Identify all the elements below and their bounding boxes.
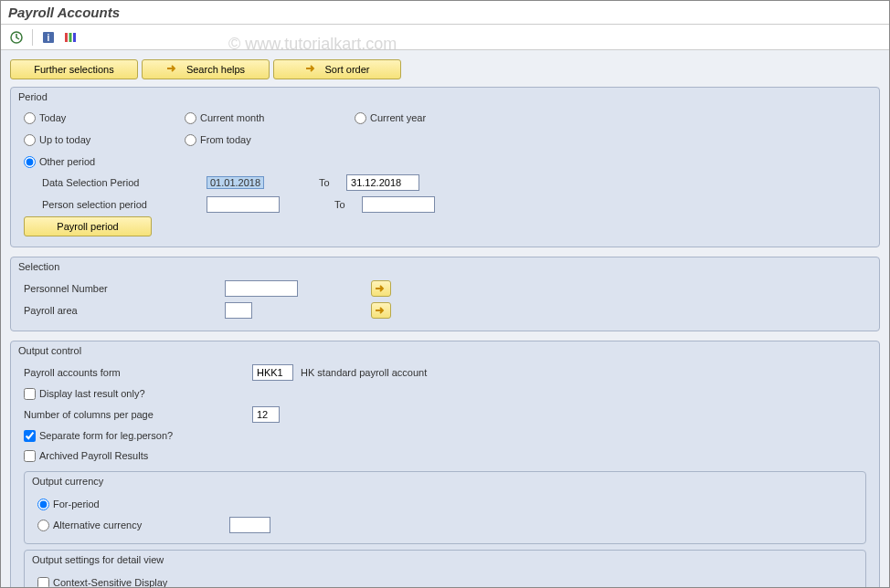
toolbar: i bbox=[1, 25, 889, 50]
further-selections-button[interactable]: Further selections bbox=[10, 59, 138, 79]
output-control-title: Output control bbox=[11, 341, 879, 356]
personnel-number-multiselect-button[interactable] bbox=[371, 280, 391, 297]
output-control-group: Output control Payroll accounts form HK … bbox=[10, 341, 880, 587]
radio-alternative-currency[interactable]: Alternative currency bbox=[37, 515, 229, 535]
radio-current-year[interactable]: Current year bbox=[355, 108, 519, 128]
bars-icon[interactable] bbox=[62, 29, 79, 46]
payroll-period-button[interactable]: Payroll period bbox=[24, 216, 152, 236]
payroll-area-input[interactable] bbox=[225, 302, 252, 319]
arrow-icon bbox=[305, 64, 318, 75]
to-label: To bbox=[334, 199, 362, 210]
svg-rect-4 bbox=[69, 33, 72, 42]
divider bbox=[32, 29, 33, 46]
radio-up-to-today[interactable]: Up to today bbox=[24, 130, 179, 150]
payroll-accounts-form-desc: HK standard payroll account bbox=[301, 367, 427, 378]
payroll-area-label: Payroll area bbox=[24, 305, 225, 316]
display-last-result-checkbox[interactable]: Display last result only? bbox=[24, 383, 866, 404]
data-selection-to-input[interactable] bbox=[346, 174, 419, 191]
separate-form-checkbox[interactable]: Separate form for leg.person? bbox=[24, 425, 866, 446]
context-sensitive-label: Context-Sensitive Display bbox=[53, 577, 167, 587]
arrow-icon bbox=[166, 64, 179, 75]
separate-form-label: Separate form for leg.person? bbox=[39, 430, 173, 441]
payroll-accounts-form-label: Payroll accounts form bbox=[24, 367, 252, 378]
data-selection-period-label: Data Selection Period bbox=[24, 177, 207, 188]
radio-current-year-label: Current year bbox=[370, 112, 426, 123]
person-selection-to-input[interactable] bbox=[362, 196, 435, 213]
selection-group: Selection Personnel Number Payroll area bbox=[10, 257, 880, 331]
person-selection-period-label: Person selection period bbox=[24, 199, 207, 210]
radio-today[interactable]: Today bbox=[24, 108, 179, 128]
to-label: To bbox=[319, 177, 346, 188]
data-selection-from-input[interactable]: 01.01.2018 bbox=[207, 176, 264, 189]
period-group: Period Today Current month Current year … bbox=[10, 87, 880, 247]
archived-results-label: Archived Payroll Results bbox=[39, 450, 148, 461]
sort-order-button[interactable]: Sort order bbox=[273, 59, 401, 79]
radio-from-today[interactable]: From today bbox=[185, 130, 349, 150]
content-area: Further selections Search helps Sort ord… bbox=[1, 50, 889, 587]
num-columns-input[interactable] bbox=[252, 406, 280, 423]
radio-other-period-label: Other period bbox=[39, 156, 95, 167]
payroll-accounts-form-input[interactable] bbox=[252, 364, 293, 381]
output-detail-group: Output settings for detail view Context-… bbox=[24, 550, 866, 587]
selection-title: Selection bbox=[11, 257, 879, 272]
action-buttons: Further selections Search helps Sort ord… bbox=[10, 59, 880, 79]
search-helps-label: Search helps bbox=[186, 64, 245, 75]
personnel-number-label: Personnel Number bbox=[24, 283, 225, 294]
context-sensitive-checkbox[interactable]: Context-Sensitive Display bbox=[37, 572, 853, 587]
radio-for-period-label: For-period bbox=[53, 499, 100, 509]
num-columns-label: Number of columns per page bbox=[24, 409, 252, 420]
svg-text:i: i bbox=[48, 33, 50, 43]
page-title: Payroll Accounts bbox=[1, 1, 889, 25]
search-helps-button[interactable]: Search helps bbox=[142, 59, 270, 79]
personnel-number-input[interactable] bbox=[225, 280, 298, 297]
execute-icon[interactable] bbox=[8, 29, 25, 46]
svg-rect-5 bbox=[73, 33, 76, 42]
radio-current-month-label: Current month bbox=[200, 112, 264, 123]
sort-order-label: Sort order bbox=[325, 64, 370, 75]
radio-for-period[interactable]: For-period bbox=[37, 494, 853, 514]
info-icon[interactable]: i bbox=[40, 29, 57, 46]
archived-results-checkbox[interactable]: Archived Payroll Results bbox=[24, 446, 866, 466]
alternative-currency-input[interactable] bbox=[229, 517, 270, 533]
display-last-result-label: Display last result only? bbox=[39, 388, 145, 399]
output-currency-group: Output currency For-period Alternative c… bbox=[24, 471, 866, 544]
output-detail-title: Output settings for detail view bbox=[25, 551, 865, 569]
output-currency-title: Output currency bbox=[25, 472, 865, 490]
svg-rect-3 bbox=[65, 33, 68, 42]
period-title: Period bbox=[11, 88, 879, 102]
radio-other-period[interactable]: Other period bbox=[24, 152, 179, 172]
payroll-area-multiselect-button[interactable] bbox=[371, 302, 391, 319]
radio-up-to-today-label: Up to today bbox=[39, 134, 90, 145]
radio-current-month[interactable]: Current month bbox=[185, 108, 349, 128]
radio-today-label: Today bbox=[39, 112, 66, 123]
radio-alternative-currency-label: Alternative currency bbox=[53, 520, 142, 530]
person-selection-from-input[interactable] bbox=[207, 196, 280, 213]
radio-from-today-label: From today bbox=[200, 134, 251, 145]
